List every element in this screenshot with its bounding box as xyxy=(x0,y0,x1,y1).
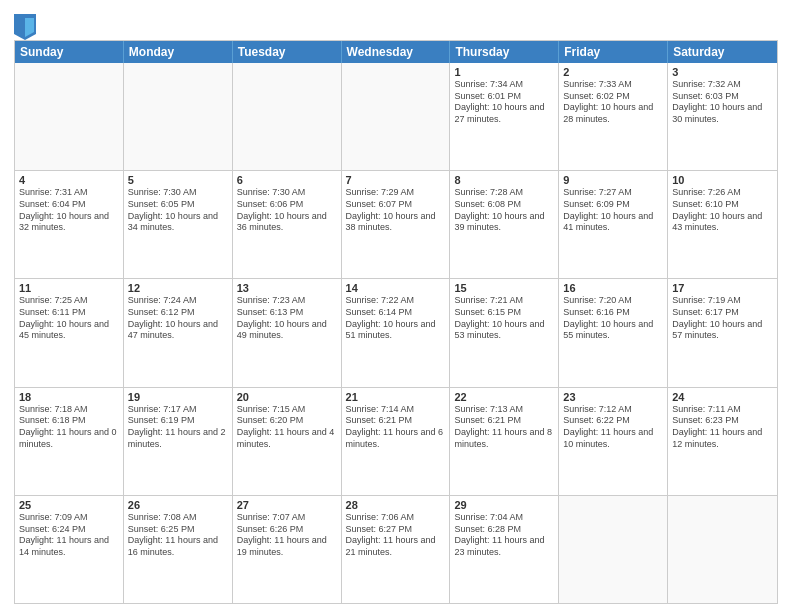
day-number: 20 xyxy=(237,391,337,403)
calendar-week-1: 1Sunrise: 7:34 AM Sunset: 6:01 PM Daylig… xyxy=(15,63,777,171)
header xyxy=(14,10,778,36)
day-info: Sunrise: 7:32 AM Sunset: 6:03 PM Dayligh… xyxy=(672,79,773,126)
day-header-monday: Monday xyxy=(124,41,233,63)
day-info: Sunrise: 7:19 AM Sunset: 6:17 PM Dayligh… xyxy=(672,295,773,342)
day-number: 9 xyxy=(563,174,663,186)
day-header-thursday: Thursday xyxy=(450,41,559,63)
day-cell-20: 20Sunrise: 7:15 AM Sunset: 6:20 PM Dayli… xyxy=(233,388,342,495)
calendar-week-3: 11Sunrise: 7:25 AM Sunset: 6:11 PM Dayli… xyxy=(15,279,777,387)
day-cell-22: 22Sunrise: 7:13 AM Sunset: 6:21 PM Dayli… xyxy=(450,388,559,495)
day-cell-13: 13Sunrise: 7:23 AM Sunset: 6:13 PM Dayli… xyxy=(233,279,342,386)
day-info: Sunrise: 7:23 AM Sunset: 6:13 PM Dayligh… xyxy=(237,295,337,342)
day-info: Sunrise: 7:34 AM Sunset: 6:01 PM Dayligh… xyxy=(454,79,554,126)
day-info: Sunrise: 7:14 AM Sunset: 6:21 PM Dayligh… xyxy=(346,404,446,451)
day-number: 21 xyxy=(346,391,446,403)
day-cell-21: 21Sunrise: 7:14 AM Sunset: 6:21 PM Dayli… xyxy=(342,388,451,495)
day-number: 1 xyxy=(454,66,554,78)
day-number: 12 xyxy=(128,282,228,294)
day-info: Sunrise: 7:07 AM Sunset: 6:26 PM Dayligh… xyxy=(237,512,337,559)
day-cell-10: 10Sunrise: 7:26 AM Sunset: 6:10 PM Dayli… xyxy=(668,171,777,278)
day-number: 26 xyxy=(128,499,228,511)
day-cell-5: 5Sunrise: 7:30 AM Sunset: 6:05 PM Daylig… xyxy=(124,171,233,278)
day-cell-12: 12Sunrise: 7:24 AM Sunset: 6:12 PM Dayli… xyxy=(124,279,233,386)
day-cell-26: 26Sunrise: 7:08 AM Sunset: 6:25 PM Dayli… xyxy=(124,496,233,603)
day-info: Sunrise: 7:28 AM Sunset: 6:08 PM Dayligh… xyxy=(454,187,554,234)
logo-icon xyxy=(14,14,32,36)
calendar-container: SundayMondayTuesdayWednesdayThursdayFrid… xyxy=(14,40,778,604)
day-info: Sunrise: 7:09 AM Sunset: 6:24 PM Dayligh… xyxy=(19,512,119,559)
day-info: Sunrise: 7:33 AM Sunset: 6:02 PM Dayligh… xyxy=(563,79,663,126)
day-number: 3 xyxy=(672,66,773,78)
day-number: 17 xyxy=(672,282,773,294)
day-cell-16: 16Sunrise: 7:20 AM Sunset: 6:16 PM Dayli… xyxy=(559,279,668,386)
calendar-week-5: 25Sunrise: 7:09 AM Sunset: 6:24 PM Dayli… xyxy=(15,496,777,603)
day-cell-24: 24Sunrise: 7:11 AM Sunset: 6:23 PM Dayli… xyxy=(668,388,777,495)
day-cell-7: 7Sunrise: 7:29 AM Sunset: 6:07 PM Daylig… xyxy=(342,171,451,278)
day-cell-23: 23Sunrise: 7:12 AM Sunset: 6:22 PM Dayli… xyxy=(559,388,668,495)
calendar-body: 1Sunrise: 7:34 AM Sunset: 6:01 PM Daylig… xyxy=(15,63,777,603)
day-info: Sunrise: 7:25 AM Sunset: 6:11 PM Dayligh… xyxy=(19,295,119,342)
day-number: 2 xyxy=(563,66,663,78)
day-header-tuesday: Tuesday xyxy=(233,41,342,63)
day-info: Sunrise: 7:04 AM Sunset: 6:28 PM Dayligh… xyxy=(454,512,554,559)
day-cell-27: 27Sunrise: 7:07 AM Sunset: 6:26 PM Dayli… xyxy=(233,496,342,603)
day-number: 6 xyxy=(237,174,337,186)
day-cell-4: 4Sunrise: 7:31 AM Sunset: 6:04 PM Daylig… xyxy=(15,171,124,278)
day-header-saturday: Saturday xyxy=(668,41,777,63)
day-cell-19: 19Sunrise: 7:17 AM Sunset: 6:19 PM Dayli… xyxy=(124,388,233,495)
day-number: 14 xyxy=(346,282,446,294)
day-number: 27 xyxy=(237,499,337,511)
day-info: Sunrise: 7:24 AM Sunset: 6:12 PM Dayligh… xyxy=(128,295,228,342)
empty-cell xyxy=(15,63,124,170)
day-cell-6: 6Sunrise: 7:30 AM Sunset: 6:06 PM Daylig… xyxy=(233,171,342,278)
day-info: Sunrise: 7:20 AM Sunset: 6:16 PM Dayligh… xyxy=(563,295,663,342)
day-number: 8 xyxy=(454,174,554,186)
day-info: Sunrise: 7:15 AM Sunset: 6:20 PM Dayligh… xyxy=(237,404,337,451)
day-cell-9: 9Sunrise: 7:27 AM Sunset: 6:09 PM Daylig… xyxy=(559,171,668,278)
logo xyxy=(14,14,35,36)
day-number: 5 xyxy=(128,174,228,186)
day-info: Sunrise: 7:30 AM Sunset: 6:05 PM Dayligh… xyxy=(128,187,228,234)
empty-cell xyxy=(559,496,668,603)
day-number: 13 xyxy=(237,282,337,294)
day-info: Sunrise: 7:08 AM Sunset: 6:25 PM Dayligh… xyxy=(128,512,228,559)
empty-cell xyxy=(668,496,777,603)
day-info: Sunrise: 7:30 AM Sunset: 6:06 PM Dayligh… xyxy=(237,187,337,234)
day-info: Sunrise: 7:06 AM Sunset: 6:27 PM Dayligh… xyxy=(346,512,446,559)
day-number: 19 xyxy=(128,391,228,403)
day-info: Sunrise: 7:13 AM Sunset: 6:21 PM Dayligh… xyxy=(454,404,554,451)
day-info: Sunrise: 7:26 AM Sunset: 6:10 PM Dayligh… xyxy=(672,187,773,234)
day-number: 25 xyxy=(19,499,119,511)
calendar-header: SundayMondayTuesdayWednesdayThursdayFrid… xyxy=(15,41,777,63)
day-info: Sunrise: 7:29 AM Sunset: 6:07 PM Dayligh… xyxy=(346,187,446,234)
day-header-wednesday: Wednesday xyxy=(342,41,451,63)
day-info: Sunrise: 7:17 AM Sunset: 6:19 PM Dayligh… xyxy=(128,404,228,451)
day-number: 28 xyxy=(346,499,446,511)
day-info: Sunrise: 7:27 AM Sunset: 6:09 PM Dayligh… xyxy=(563,187,663,234)
day-cell-11: 11Sunrise: 7:25 AM Sunset: 6:11 PM Dayli… xyxy=(15,279,124,386)
day-cell-2: 2Sunrise: 7:33 AM Sunset: 6:02 PM Daylig… xyxy=(559,63,668,170)
day-info: Sunrise: 7:18 AM Sunset: 6:18 PM Dayligh… xyxy=(19,404,119,451)
day-cell-29: 29Sunrise: 7:04 AM Sunset: 6:28 PM Dayli… xyxy=(450,496,559,603)
day-number: 11 xyxy=(19,282,119,294)
day-info: Sunrise: 7:12 AM Sunset: 6:22 PM Dayligh… xyxy=(563,404,663,451)
day-number: 24 xyxy=(672,391,773,403)
empty-cell xyxy=(124,63,233,170)
page: SundayMondayTuesdayWednesdayThursdayFrid… xyxy=(0,0,792,612)
day-number: 18 xyxy=(19,391,119,403)
day-info: Sunrise: 7:31 AM Sunset: 6:04 PM Dayligh… xyxy=(19,187,119,234)
day-cell-14: 14Sunrise: 7:22 AM Sunset: 6:14 PM Dayli… xyxy=(342,279,451,386)
day-cell-25: 25Sunrise: 7:09 AM Sunset: 6:24 PM Dayli… xyxy=(15,496,124,603)
day-info: Sunrise: 7:11 AM Sunset: 6:23 PM Dayligh… xyxy=(672,404,773,451)
calendar-week-4: 18Sunrise: 7:18 AM Sunset: 6:18 PM Dayli… xyxy=(15,388,777,496)
day-cell-15: 15Sunrise: 7:21 AM Sunset: 6:15 PM Dayli… xyxy=(450,279,559,386)
day-info: Sunrise: 7:22 AM Sunset: 6:14 PM Dayligh… xyxy=(346,295,446,342)
day-cell-17: 17Sunrise: 7:19 AM Sunset: 6:17 PM Dayli… xyxy=(668,279,777,386)
day-cell-18: 18Sunrise: 7:18 AM Sunset: 6:18 PM Dayli… xyxy=(15,388,124,495)
day-header-friday: Friday xyxy=(559,41,668,63)
empty-cell xyxy=(233,63,342,170)
day-info: Sunrise: 7:21 AM Sunset: 6:15 PM Dayligh… xyxy=(454,295,554,342)
day-header-sunday: Sunday xyxy=(15,41,124,63)
day-number: 16 xyxy=(563,282,663,294)
empty-cell xyxy=(342,63,451,170)
